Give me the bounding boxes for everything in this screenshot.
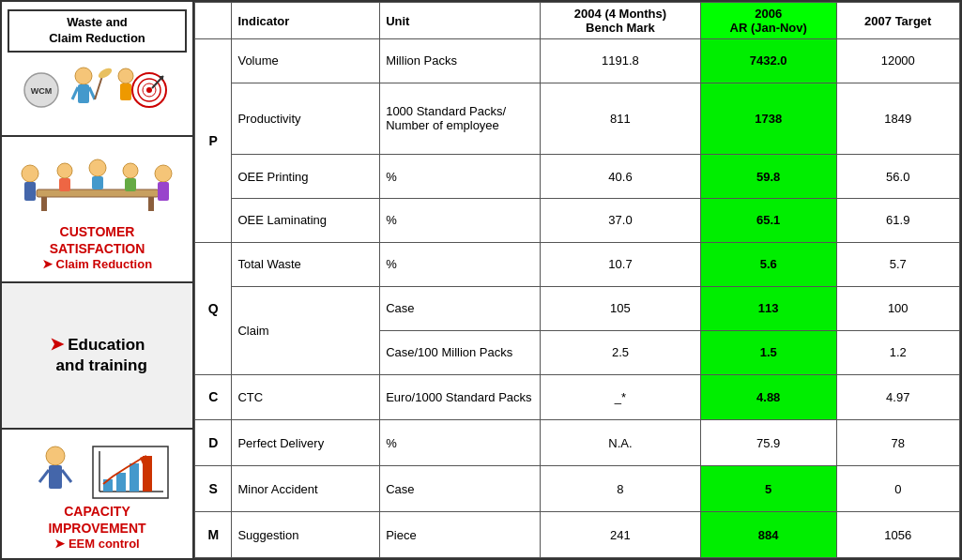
bench-oee-laminating: 37.0 — [541, 198, 701, 242]
bench-productivity: 811 — [541, 83, 701, 154]
bench-volume: 1191.8 — [541, 39, 701, 83]
title-line2: Claim Reduction — [49, 31, 145, 45]
table-row: OEE Laminating % 37.0 65.1 61.9 — [195, 198, 960, 242]
svg-point-25 — [123, 163, 138, 178]
svg-point-19 — [22, 165, 38, 182]
ar-ctc: 4.88 — [700, 374, 836, 420]
svg-rect-18 — [148, 197, 154, 211]
ar-suggestion: 884 — [700, 512, 836, 558]
wcm-cartoon: WCM — [13, 53, 182, 128]
claim-label: ➤ Claim Reduction — [42, 257, 152, 271]
indicator-claim: Claim — [232, 286, 380, 374]
svg-rect-39 — [143, 456, 152, 492]
svg-point-29 — [46, 446, 65, 465]
svg-rect-30 — [49, 465, 62, 489]
bench-ctc: _* — [541, 374, 701, 420]
indicator-suggestion: Suggestion — [232, 512, 380, 558]
eem-label: ➤ EEM control — [54, 537, 139, 551]
unit-suggestion: Piece — [380, 512, 541, 558]
ar-volume: 7432.0 — [700, 39, 836, 83]
indicator-oee-laminating: OEE Laminating — [232, 198, 380, 242]
meeting-cartoon — [13, 147, 182, 218]
unit-productivity: 1000 Standard Packs/ Number of employee — [380, 83, 541, 154]
bench-claim-case: 105 — [541, 286, 701, 330]
unit-perfect-delivery: % — [380, 420, 541, 466]
unit-volume: Million Packs — [380, 39, 541, 83]
svg-text:WCM: WCM — [30, 86, 52, 96]
benchmark-label: Bench Mark — [586, 21, 655, 35]
bench-perfect-delivery: N.A. — [541, 420, 701, 466]
target-productivity: 1849 — [836, 83, 960, 154]
svg-rect-22 — [59, 178, 70, 191]
svg-rect-3 — [78, 84, 89, 103]
target-oee-printing: 56.0 — [836, 155, 960, 199]
bench-claim-100: 2.5 — [541, 330, 701, 374]
ar-claim-100: 1.5 — [700, 330, 836, 374]
ar-total-waste: 5.6 — [700, 242, 836, 286]
ar-minor-accident: 5 — [700, 466, 836, 512]
svg-line-6 — [95, 76, 102, 99]
waste-claim-title: Waste and Claim Reduction — [13, 15, 181, 47]
unit-oee-laminating: % — [380, 198, 541, 242]
table-row: D Perfect Delivery % N.A. 75.9 78 — [195, 420, 960, 466]
unit-claim-case: Case — [380, 286, 541, 330]
target-total-waste: 5.7 — [836, 242, 960, 286]
capacity-line2: IMPROVEMENT — [48, 521, 145, 536]
indicator-oee-printing: OEE Printing — [232, 155, 380, 199]
indicator-total-waste: Total Waste — [232, 242, 380, 286]
target-volume: 12000 — [836, 39, 960, 83]
unit-total-waste: % — [380, 242, 541, 286]
svg-rect-20 — [24, 182, 36, 201]
eem-control-label: ➤ EEM control — [54, 537, 139, 551]
indicator-volume: Volume — [232, 39, 380, 83]
bench-total-waste: 10.7 — [541, 242, 701, 286]
svg-rect-17 — [41, 197, 47, 211]
svg-rect-16 — [37, 189, 159, 197]
table-row: M Suggestion Piece 241 884 1056 — [195, 512, 960, 558]
benchmark-year: 2004 (4 Months) — [574, 7, 666, 21]
data-table: Indicator Unit 2004 (4 Months) Bench Mar… — [194, 2, 960, 558]
svg-point-2 — [75, 68, 92, 84]
target-ctc: 4.97 — [836, 374, 960, 420]
table-row: Q Total Waste % 10.7 5.6 5.7 — [195, 242, 960, 286]
svg-point-23 — [89, 159, 106, 176]
header-ar: 2006 AR (Jan-Nov) — [700, 3, 836, 39]
header-unit: Unit — [380, 3, 541, 39]
unit-claim-100: Case/100 Million Packs — [380, 330, 541, 374]
target-minor-accident: 0 — [836, 466, 960, 512]
svg-point-21 — [57, 163, 72, 178]
indicator-minor-accident: Minor Accident — [232, 466, 380, 512]
sidebar-customer-section: CUSTOMER SATISFACTION ➤ Claim Reduction — [2, 137, 192, 283]
indicator-productivity: Productivity — [232, 83, 380, 154]
svg-point-7 — [97, 66, 114, 80]
customer-satisfaction-label: CUSTOMER SATISFACTION — [50, 223, 145, 257]
svg-line-31 — [39, 470, 49, 482]
table-row: Claim Case 105 113 100 — [195, 286, 960, 330]
svg-point-11 — [146, 87, 152, 93]
target-suggestion: 1056 — [836, 512, 960, 558]
unit-oee-printing: % — [380, 155, 541, 199]
main-table-area: Indicator Unit 2004 (4 Months) Bench Mar… — [194, 2, 960, 558]
indicator-ctc: CTC — [232, 374, 380, 420]
sidebar: Waste and Claim Reduction WCM — [2, 2, 194, 558]
capacity-line1: CAPACITY — [64, 504, 130, 519]
bench-suggestion: 241 — [541, 512, 701, 558]
target-perfect-delivery: 78 — [836, 420, 960, 466]
ar-productivity: 1738 — [700, 83, 836, 154]
sidebar-education-section: ➤ Education and training — [2, 283, 192, 430]
table-row: S Minor Accident Case 8 5 0 — [195, 466, 960, 512]
bench-minor-accident: 8 — [541, 466, 701, 512]
svg-rect-26 — [125, 178, 136, 191]
svg-point-14 — [118, 68, 133, 83]
svg-line-32 — [62, 470, 71, 482]
svg-line-5 — [89, 87, 95, 99]
header-benchmark: 2004 (4 Months) Bench Mark — [541, 3, 701, 39]
ar-oee-printing: 59.8 — [700, 155, 836, 199]
bench-oee-printing: 40.6 — [541, 155, 701, 199]
title-line1: Waste and — [67, 15, 128, 29]
category-c: C — [195, 374, 232, 420]
header-category — [195, 3, 232, 39]
capacity-label: CAPACITY IMPROVEMENT — [48, 503, 145, 537]
satisfaction-line1: CUSTOMER — [60, 224, 135, 239]
svg-point-27 — [155, 165, 172, 182]
